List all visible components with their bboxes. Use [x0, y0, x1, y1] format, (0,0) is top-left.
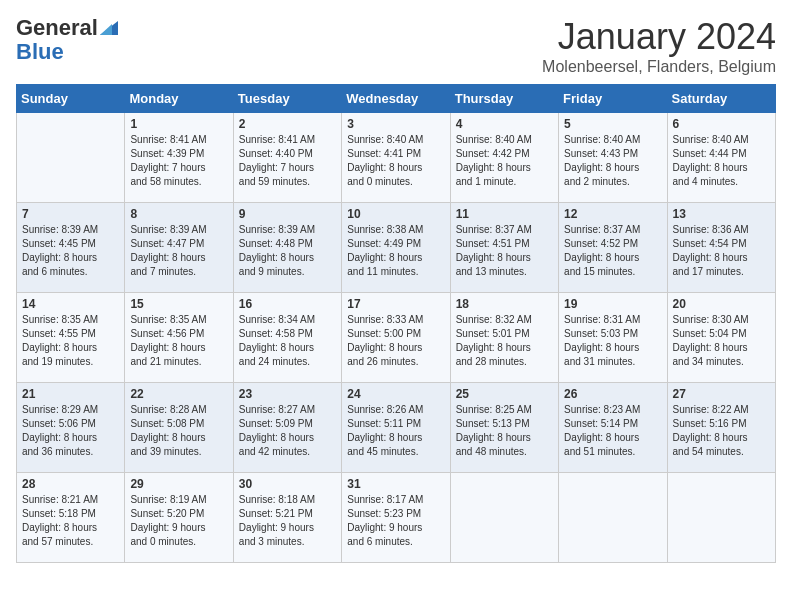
day-info: Sunrise: 8:22 AM Sunset: 5:16 PM Dayligh…: [673, 403, 770, 459]
day-number: 6: [673, 117, 770, 131]
calendar-cell: 15Sunrise: 8:35 AM Sunset: 4:56 PM Dayli…: [125, 293, 233, 383]
calendar-cell: 23Sunrise: 8:27 AM Sunset: 5:09 PM Dayli…: [233, 383, 341, 473]
calendar-cell: [450, 473, 558, 563]
logo-blue-text: Blue: [16, 40, 64, 64]
title-area: January 2024 Molenbeersel, Flanders, Bel…: [542, 16, 776, 76]
day-number: 30: [239, 477, 336, 491]
day-number: 26: [564, 387, 661, 401]
day-info: Sunrise: 8:36 AM Sunset: 4:54 PM Dayligh…: [673, 223, 770, 279]
day-number: 25: [456, 387, 553, 401]
calendar-cell: 2Sunrise: 8:41 AM Sunset: 4:40 PM Daylig…: [233, 113, 341, 203]
calendar-cell: 4Sunrise: 8:40 AM Sunset: 4:42 PM Daylig…: [450, 113, 558, 203]
calendar-cell: 5Sunrise: 8:40 AM Sunset: 4:43 PM Daylig…: [559, 113, 667, 203]
calendar-cell: 19Sunrise: 8:31 AM Sunset: 5:03 PM Dayli…: [559, 293, 667, 383]
day-number: 19: [564, 297, 661, 311]
svg-marker-1: [100, 24, 112, 35]
calendar-week-row: 28Sunrise: 8:21 AM Sunset: 5:18 PM Dayli…: [17, 473, 776, 563]
day-number: 31: [347, 477, 444, 491]
weekday-header: Wednesday: [342, 85, 450, 113]
day-number: 13: [673, 207, 770, 221]
calendar-cell: 8Sunrise: 8:39 AM Sunset: 4:47 PM Daylig…: [125, 203, 233, 293]
day-number: 20: [673, 297, 770, 311]
day-number: 10: [347, 207, 444, 221]
logo-general-text: General: [16, 16, 98, 40]
calendar-cell: 1Sunrise: 8:41 AM Sunset: 4:39 PM Daylig…: [125, 113, 233, 203]
day-info: Sunrise: 8:35 AM Sunset: 4:56 PM Dayligh…: [130, 313, 227, 369]
calendar-cell: 11Sunrise: 8:37 AM Sunset: 4:51 PM Dayli…: [450, 203, 558, 293]
day-info: Sunrise: 8:32 AM Sunset: 5:01 PM Dayligh…: [456, 313, 553, 369]
calendar-cell: 16Sunrise: 8:34 AM Sunset: 4:58 PM Dayli…: [233, 293, 341, 383]
day-info: Sunrise: 8:40 AM Sunset: 4:43 PM Dayligh…: [564, 133, 661, 189]
day-info: Sunrise: 8:41 AM Sunset: 4:40 PM Dayligh…: [239, 133, 336, 189]
day-info: Sunrise: 8:39 AM Sunset: 4:47 PM Dayligh…: [130, 223, 227, 279]
day-number: 3: [347, 117, 444, 131]
weekday-header: Thursday: [450, 85, 558, 113]
day-number: 2: [239, 117, 336, 131]
calendar-cell: [17, 113, 125, 203]
day-number: 28: [22, 477, 119, 491]
calendar-cell: 18Sunrise: 8:32 AM Sunset: 5:01 PM Dayli…: [450, 293, 558, 383]
day-info: Sunrise: 8:17 AM Sunset: 5:23 PM Dayligh…: [347, 493, 444, 549]
calendar-cell: 14Sunrise: 8:35 AM Sunset: 4:55 PM Dayli…: [17, 293, 125, 383]
day-info: Sunrise: 8:40 AM Sunset: 4:42 PM Dayligh…: [456, 133, 553, 189]
day-number: 21: [22, 387, 119, 401]
calendar-week-row: 21Sunrise: 8:29 AM Sunset: 5:06 PM Dayli…: [17, 383, 776, 473]
calendar-cell: [559, 473, 667, 563]
calendar-cell: 7Sunrise: 8:39 AM Sunset: 4:45 PM Daylig…: [17, 203, 125, 293]
day-info: Sunrise: 8:40 AM Sunset: 4:41 PM Dayligh…: [347, 133, 444, 189]
calendar-week-row: 7Sunrise: 8:39 AM Sunset: 4:45 PM Daylig…: [17, 203, 776, 293]
calendar-cell: 20Sunrise: 8:30 AM Sunset: 5:04 PM Dayli…: [667, 293, 775, 383]
day-number: 24: [347, 387, 444, 401]
day-number: 17: [347, 297, 444, 311]
day-info: Sunrise: 8:21 AM Sunset: 5:18 PM Dayligh…: [22, 493, 119, 549]
calendar-table: SundayMondayTuesdayWednesdayThursdayFrid…: [16, 84, 776, 563]
calendar-cell: 12Sunrise: 8:37 AM Sunset: 4:52 PM Dayli…: [559, 203, 667, 293]
calendar-cell: 30Sunrise: 8:18 AM Sunset: 5:21 PM Dayli…: [233, 473, 341, 563]
calendar-week-row: 14Sunrise: 8:35 AM Sunset: 4:55 PM Dayli…: [17, 293, 776, 383]
day-info: Sunrise: 8:18 AM Sunset: 5:21 PM Dayligh…: [239, 493, 336, 549]
calendar-cell: 22Sunrise: 8:28 AM Sunset: 5:08 PM Dayli…: [125, 383, 233, 473]
day-info: Sunrise: 8:27 AM Sunset: 5:09 PM Dayligh…: [239, 403, 336, 459]
calendar-body: 1Sunrise: 8:41 AM Sunset: 4:39 PM Daylig…: [17, 113, 776, 563]
calendar-cell: 3Sunrise: 8:40 AM Sunset: 4:41 PM Daylig…: [342, 113, 450, 203]
weekday-header: Sunday: [17, 85, 125, 113]
calendar-header-row: SundayMondayTuesdayWednesdayThursdayFrid…: [17, 85, 776, 113]
weekday-header: Monday: [125, 85, 233, 113]
weekday-header: Friday: [559, 85, 667, 113]
day-number: 22: [130, 387, 227, 401]
calendar-cell: 25Sunrise: 8:25 AM Sunset: 5:13 PM Dayli…: [450, 383, 558, 473]
day-info: Sunrise: 8:29 AM Sunset: 5:06 PM Dayligh…: [22, 403, 119, 459]
day-info: Sunrise: 8:37 AM Sunset: 4:51 PM Dayligh…: [456, 223, 553, 279]
calendar-cell: 13Sunrise: 8:36 AM Sunset: 4:54 PM Dayli…: [667, 203, 775, 293]
day-number: 15: [130, 297, 227, 311]
calendar-cell: 9Sunrise: 8:39 AM Sunset: 4:48 PM Daylig…: [233, 203, 341, 293]
day-number: 5: [564, 117, 661, 131]
day-number: 27: [673, 387, 770, 401]
header: General Blue January 2024 Molenbeersel, …: [16, 16, 776, 76]
day-info: Sunrise: 8:34 AM Sunset: 4:58 PM Dayligh…: [239, 313, 336, 369]
calendar-cell: 6Sunrise: 8:40 AM Sunset: 4:44 PM Daylig…: [667, 113, 775, 203]
calendar-week-row: 1Sunrise: 8:41 AM Sunset: 4:39 PM Daylig…: [17, 113, 776, 203]
day-info: Sunrise: 8:41 AM Sunset: 4:39 PM Dayligh…: [130, 133, 227, 189]
month-title: January 2024: [542, 16, 776, 58]
day-info: Sunrise: 8:38 AM Sunset: 4:49 PM Dayligh…: [347, 223, 444, 279]
calendar-cell: 28Sunrise: 8:21 AM Sunset: 5:18 PM Dayli…: [17, 473, 125, 563]
day-info: Sunrise: 8:25 AM Sunset: 5:13 PM Dayligh…: [456, 403, 553, 459]
calendar-cell: 29Sunrise: 8:19 AM Sunset: 5:20 PM Dayli…: [125, 473, 233, 563]
day-number: 8: [130, 207, 227, 221]
day-number: 23: [239, 387, 336, 401]
day-number: 11: [456, 207, 553, 221]
day-number: 7: [22, 207, 119, 221]
calendar-cell: 27Sunrise: 8:22 AM Sunset: 5:16 PM Dayli…: [667, 383, 775, 473]
day-number: 14: [22, 297, 119, 311]
calendar-cell: 31Sunrise: 8:17 AM Sunset: 5:23 PM Dayli…: [342, 473, 450, 563]
day-number: 4: [456, 117, 553, 131]
day-info: Sunrise: 8:40 AM Sunset: 4:44 PM Dayligh…: [673, 133, 770, 189]
calendar-cell: 21Sunrise: 8:29 AM Sunset: 5:06 PM Dayli…: [17, 383, 125, 473]
day-number: 12: [564, 207, 661, 221]
day-info: Sunrise: 8:26 AM Sunset: 5:11 PM Dayligh…: [347, 403, 444, 459]
day-number: 16: [239, 297, 336, 311]
day-info: Sunrise: 8:30 AM Sunset: 5:04 PM Dayligh…: [673, 313, 770, 369]
logo: General Blue: [16, 16, 118, 64]
day-info: Sunrise: 8:39 AM Sunset: 4:48 PM Dayligh…: [239, 223, 336, 279]
